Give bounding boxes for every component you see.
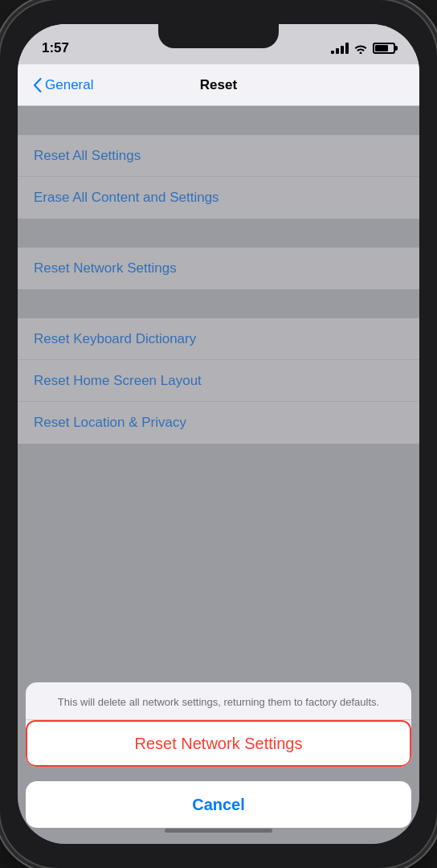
home-indicator — [18, 817, 419, 844]
home-bar — [165, 829, 272, 833]
action-sheet-message: This will delete all network settings, r… — [26, 682, 411, 720]
nav-bar: General Reset — [18, 64, 419, 106]
confirm-reset-button[interactable]: Reset Network Settings — [26, 720, 411, 767]
battery-icon — [373, 43, 395, 54]
notch — [158, 24, 279, 48]
battery-fill — [375, 45, 388, 51]
overlay: This will delete all network settings, r… — [18, 106, 419, 844]
content-area: Reset All Settings Erase All Content and… — [18, 106, 419, 844]
confirm-reset-label: Reset Network Settings — [135, 735, 303, 753]
signal-icon — [331, 43, 349, 54]
cancel-label: Cancel — [192, 796, 245, 814]
status-time: 1:57 — [42, 40, 69, 56]
screen: 1:57 — [18, 24, 419, 844]
status-bar: 1:57 — [18, 24, 419, 64]
phone-frame: 1:57 — [0, 0, 437, 868]
back-button[interactable]: General — [34, 77, 114, 93]
page-title: Reset — [114, 77, 323, 93]
back-label: General — [45, 77, 93, 93]
back-chevron-icon — [34, 78, 42, 92]
status-icons — [331, 43, 395, 54]
action-sheet: This will delete all network settings, r… — [26, 682, 411, 767]
wifi-icon — [353, 43, 368, 54]
